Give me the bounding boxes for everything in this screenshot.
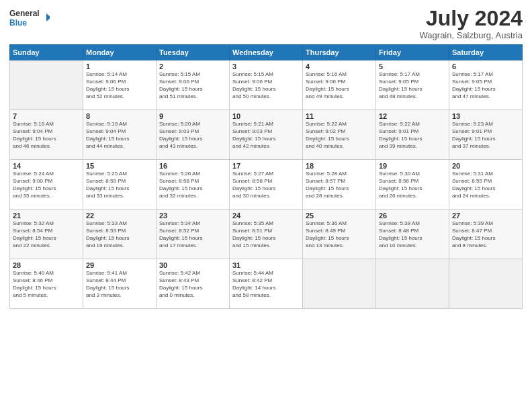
day-number: 6 xyxy=(452,62,519,71)
day-number: 24 xyxy=(232,212,300,220)
day-number: 15 xyxy=(86,162,153,170)
location: Wagrain, Salzburg, Austria xyxy=(420,30,523,40)
day-number: 5 xyxy=(379,62,446,71)
day-info: Sunrise: 5:17 AMSunset: 9:05 PMDaylight:… xyxy=(379,71,446,100)
cell-3-3: 24Sunrise: 5:35 AMSunset: 8:51 PMDayligh… xyxy=(230,210,303,259)
day-info: Sunrise: 5:39 AMSunset: 8:47 PMDaylight:… xyxy=(452,220,519,249)
day-info: Sunrise: 5:25 AMSunset: 8:59 PMDaylight:… xyxy=(86,171,153,199)
day-info: Sunrise: 5:15 AMSunset: 9:06 PMDaylight:… xyxy=(232,71,300,100)
header: General Blue July 2024 Wagrain, Salzburg… xyxy=(9,7,523,40)
day-number: 11 xyxy=(306,112,373,120)
svg-text:Blue: Blue xyxy=(9,18,27,28)
day-info: Sunrise: 5:22 AMSunset: 9:01 PMDaylight:… xyxy=(379,121,446,150)
cell-2-6: 20Sunrise: 5:31 AMSunset: 8:55 PMDayligh… xyxy=(449,160,523,210)
cell-1-3: 10Sunrise: 5:21 AMSunset: 9:03 PMDayligh… xyxy=(230,110,303,160)
cell-3-2: 23Sunrise: 5:34 AMSunset: 8:52 PMDayligh… xyxy=(157,210,230,259)
day-number: 17 xyxy=(232,162,300,170)
day-info: Sunrise: 5:20 AMSunset: 9:03 PMDaylight:… xyxy=(159,121,226,150)
day-info: Sunrise: 5:31 AMSunset: 8:55 PMDaylight:… xyxy=(452,171,519,199)
cell-3-1: 22Sunrise: 5:33 AMSunset: 8:53 PMDayligh… xyxy=(83,210,157,259)
day-info: Sunrise: 5:30 AMSunset: 8:56 PMDaylight:… xyxy=(379,171,446,199)
day-number: 25 xyxy=(306,212,373,220)
day-info: Sunrise: 5:24 AMSunset: 9:00 PMDaylight:… xyxy=(13,171,80,199)
day-number: 31 xyxy=(232,261,300,269)
day-info: Sunrise: 5:18 AMSunset: 9:04 PMDaylight:… xyxy=(13,121,80,150)
day-number: 21 xyxy=(13,212,80,220)
col-monday: Monday xyxy=(83,45,157,60)
day-number: 22 xyxy=(86,212,153,220)
cell-2-3: 17Sunrise: 5:27 AMSunset: 8:58 PMDayligh… xyxy=(230,160,303,210)
day-info: Sunrise: 5:28 AMSunset: 8:57 PMDaylight:… xyxy=(306,171,373,199)
cell-4-2: 30Sunrise: 5:42 AMSunset: 8:43 PMDayligh… xyxy=(157,259,230,309)
day-number: 8 xyxy=(86,112,153,120)
cell-2-2: 16Sunrise: 5:26 AMSunset: 8:58 PMDayligh… xyxy=(157,160,230,210)
title-area: July 2024 Wagrain, Salzburg, Austria xyxy=(420,7,523,40)
col-wednesday: Wednesday xyxy=(230,45,303,60)
svg-text:General: General xyxy=(9,9,40,18)
col-saturday: Saturday xyxy=(449,45,523,60)
day-number: 20 xyxy=(452,162,519,170)
day-info: Sunrise: 5:32 AMSunset: 8:54 PMDaylight:… xyxy=(13,220,80,249)
day-number: 29 xyxy=(86,261,153,269)
day-info: Sunrise: 5:44 AMSunset: 8:42 PMDaylight:… xyxy=(232,270,300,299)
day-info: Sunrise: 5:19 AMSunset: 9:04 PMDaylight:… xyxy=(86,121,153,150)
cell-1-0: 7Sunrise: 5:18 AMSunset: 9:04 PMDaylight… xyxy=(10,110,83,160)
day-number: 7 xyxy=(13,112,80,120)
cell-1-2: 9Sunrise: 5:20 AMSunset: 9:03 PMDaylight… xyxy=(157,110,230,160)
cell-3-6: 27Sunrise: 5:39 AMSunset: 8:47 PMDayligh… xyxy=(449,210,523,259)
cell-2-4: 18Sunrise: 5:28 AMSunset: 8:57 PMDayligh… xyxy=(303,160,376,210)
cell-4-0: 28Sunrise: 5:40 AMSunset: 8:46 PMDayligh… xyxy=(10,259,83,309)
day-info: Sunrise: 5:14 AMSunset: 9:06 PMDaylight:… xyxy=(86,71,153,100)
day-number: 2 xyxy=(159,62,226,71)
cell-3-4: 25Sunrise: 5:36 AMSunset: 8:49 PMDayligh… xyxy=(303,210,376,259)
cell-0-1: 1Sunrise: 5:14 AMSunset: 9:06 PMDaylight… xyxy=(83,60,157,110)
day-number: 10 xyxy=(232,112,300,120)
page: General Blue July 2024 Wagrain, Salzburg… xyxy=(0,0,532,411)
col-tuesday: Tuesday xyxy=(157,45,230,60)
day-number: 19 xyxy=(379,162,446,170)
day-number: 1 xyxy=(86,62,153,71)
col-friday: Friday xyxy=(376,45,449,60)
cell-2-5: 19Sunrise: 5:30 AMSunset: 8:56 PMDayligh… xyxy=(376,160,449,210)
day-number: 3 xyxy=(232,62,300,71)
day-info: Sunrise: 5:34 AMSunset: 8:52 PMDaylight:… xyxy=(159,220,226,249)
cell-1-1: 8Sunrise: 5:19 AMSunset: 9:04 PMDaylight… xyxy=(83,110,157,160)
cell-1-5: 12Sunrise: 5:22 AMSunset: 9:01 PMDayligh… xyxy=(376,110,449,160)
day-info: Sunrise: 5:26 AMSunset: 8:58 PMDaylight:… xyxy=(159,171,226,199)
cell-3-5: 26Sunrise: 5:38 AMSunset: 8:48 PMDayligh… xyxy=(376,210,449,259)
cell-2-1: 15Sunrise: 5:25 AMSunset: 8:59 PMDayligh… xyxy=(83,160,157,210)
col-thursday: Thursday xyxy=(303,45,376,60)
day-number: 30 xyxy=(159,261,226,269)
cell-0-0 xyxy=(10,60,83,110)
cell-0-2: 2Sunrise: 5:15 AMSunset: 9:06 PMDaylight… xyxy=(157,60,230,110)
day-number: 4 xyxy=(306,62,373,71)
logo: General Blue xyxy=(9,7,50,28)
day-number: 12 xyxy=(379,112,446,120)
day-info: Sunrise: 5:23 AMSunset: 9:01 PMDaylight:… xyxy=(452,121,519,150)
day-number: 9 xyxy=(159,112,226,120)
day-info: Sunrise: 5:17 AMSunset: 9:05 PMDaylight:… xyxy=(452,71,519,100)
week-row-3: 14Sunrise: 5:24 AMSunset: 9:00 PMDayligh… xyxy=(10,160,523,210)
day-info: Sunrise: 5:27 AMSunset: 8:58 PMDaylight:… xyxy=(232,171,300,199)
cell-0-5: 5Sunrise: 5:17 AMSunset: 9:05 PMDaylight… xyxy=(376,60,449,110)
day-number: 26 xyxy=(379,212,446,220)
cell-4-4 xyxy=(303,259,376,309)
svg-marker-2 xyxy=(46,13,50,21)
day-info: Sunrise: 5:40 AMSunset: 8:46 PMDaylight:… xyxy=(13,270,80,299)
day-info: Sunrise: 5:21 AMSunset: 9:03 PMDaylight:… xyxy=(232,121,300,150)
cell-0-3: 3Sunrise: 5:15 AMSunset: 9:06 PMDaylight… xyxy=(230,60,303,110)
cell-4-5 xyxy=(376,259,449,309)
cell-0-4: 4Sunrise: 5:16 AMSunset: 9:06 PMDaylight… xyxy=(303,60,376,110)
cell-4-6 xyxy=(449,259,523,309)
day-info: Sunrise: 5:42 AMSunset: 8:43 PMDaylight:… xyxy=(159,270,226,299)
week-row-5: 28Sunrise: 5:40 AMSunset: 8:46 PMDayligh… xyxy=(10,259,523,309)
day-info: Sunrise: 5:35 AMSunset: 8:51 PMDaylight:… xyxy=(232,220,300,249)
cell-0-6: 6Sunrise: 5:17 AMSunset: 9:05 PMDaylight… xyxy=(449,60,523,110)
cell-4-1: 29Sunrise: 5:41 AMSunset: 8:44 PMDayligh… xyxy=(83,259,157,309)
calendar-table: Sunday Monday Tuesday Wednesday Thursday… xyxy=(9,44,523,309)
day-info: Sunrise: 5:16 AMSunset: 9:06 PMDaylight:… xyxy=(306,71,373,100)
day-info: Sunrise: 5:15 AMSunset: 9:06 PMDaylight:… xyxy=(159,71,226,100)
day-number: 16 xyxy=(159,162,226,170)
logo-svg: General Blue xyxy=(9,7,50,28)
week-row-4: 21Sunrise: 5:32 AMSunset: 8:54 PMDayligh… xyxy=(10,210,523,259)
